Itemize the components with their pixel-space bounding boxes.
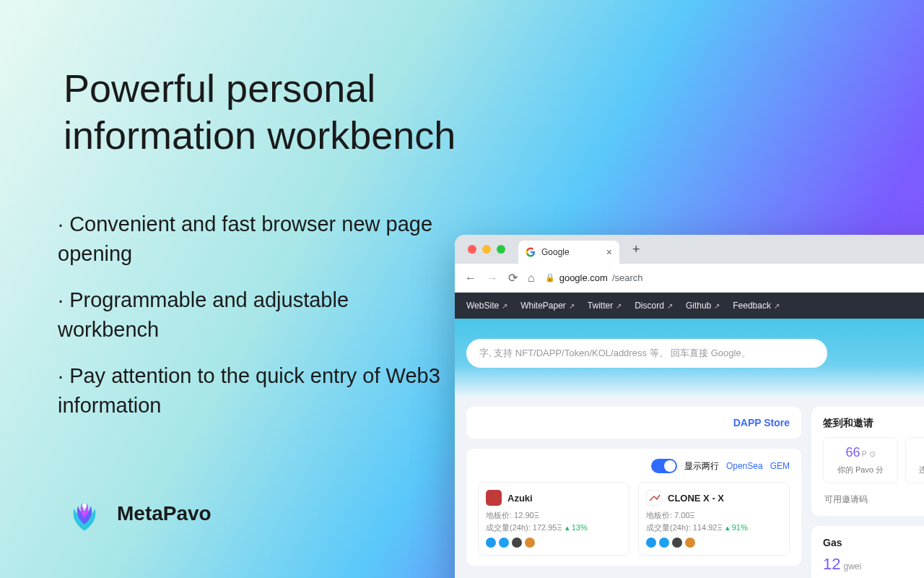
tab-bar: Google × + bbox=[455, 235, 924, 264]
metapavo-icon bbox=[64, 493, 105, 535]
google-favicon-icon bbox=[526, 247, 536, 257]
browser-window: Google × + ← → ⟳ ⌂ 🔒 google.com/search W… bbox=[455, 235, 924, 578]
nav-twitter[interactable]: Twitter↗ bbox=[588, 301, 622, 311]
new-tab-button[interactable]: + bbox=[625, 242, 648, 257]
svg-point-0 bbox=[82, 504, 86, 507]
reload-icon[interactable]: ⟳ bbox=[508, 271, 518, 285]
nft-volume: 成交量(24h): 172.95Ξ ▴ 13% bbox=[486, 522, 622, 533]
brand-logo: MetaPavo bbox=[64, 493, 212, 535]
lock-icon: 🔒 bbox=[545, 273, 555, 282]
close-tab-icon[interactable]: × bbox=[606, 246, 612, 258]
nav-github[interactable]: Github↗ bbox=[686, 301, 720, 311]
nft-collection-icon bbox=[646, 490, 662, 506]
pavo-points-stat[interactable]: 66P ⊙ 你的 Pavo 分 bbox=[823, 437, 898, 483]
checkin-title: 签到和邀请 bbox=[823, 417, 924, 430]
dapp-store-link[interactable]: DAPP Store bbox=[733, 417, 790, 428]
bullet-item: · Pay attention to the quick entry of We… bbox=[58, 361, 448, 420]
window-controls[interactable] bbox=[463, 235, 513, 264]
gas-title: Gas bbox=[823, 537, 842, 548]
nav-website[interactable]: WebSite↗ bbox=[466, 301, 507, 311]
external-link-icon: ↗ bbox=[714, 302, 720, 310]
social-icon[interactable] bbox=[685, 538, 695, 548]
minimize-window-icon[interactable] bbox=[482, 245, 491, 254]
social-icon[interactable] bbox=[499, 538, 509, 548]
nft-name: CLONE X - X bbox=[668, 493, 724, 504]
dashboard-content: DAPP Store 显示两行 OpenSea GEM Azuki bbox=[455, 397, 924, 578]
external-link-icon: ↗ bbox=[569, 302, 575, 310]
social-icon[interactable] bbox=[659, 538, 669, 548]
nft-card[interactable]: CLONE X - X 地板价: 7.00Ξ 成交量(24h): 114.92Ξ… bbox=[638, 482, 790, 556]
nft-collection-icon bbox=[486, 490, 502, 506]
nft-floor: 地板价: 12.90Ξ bbox=[486, 510, 622, 521]
gas-card: Gas V 12gwei bbox=[811, 526, 924, 578]
social-icon[interactable] bbox=[512, 538, 522, 548]
bullet-list: · Convenient and fast browser new page o… bbox=[58, 210, 448, 438]
nft-volume: 成交量(24h): 114.92Ξ ▴ 91% bbox=[646, 522, 782, 533]
nft-name: Azuki bbox=[507, 493, 533, 504]
social-icon[interactable] bbox=[646, 538, 656, 548]
bullet-item: · Programmable and adjustable workbench bbox=[58, 285, 448, 344]
dapp-store-card: DAPP Store bbox=[466, 407, 801, 439]
nav-discord[interactable]: Discord↗ bbox=[635, 301, 673, 311]
forward-icon[interactable]: → bbox=[487, 272, 498, 285]
external-link-icon: ↗ bbox=[616, 302, 622, 310]
home-icon[interactable]: ⌂ bbox=[528, 272, 535, 285]
rows-toggle[interactable] bbox=[651, 459, 677, 473]
bullet-item: · Convenient and fast browser new page o… bbox=[58, 210, 448, 268]
headline: Powerful personal information workbench bbox=[64, 65, 533, 159]
nav-feedback[interactable]: Feedback↗ bbox=[733, 301, 780, 311]
marketplace-gem[interactable]: GEM bbox=[770, 461, 790, 471]
brand-name: MetaPavo bbox=[117, 502, 212, 525]
social-icon[interactable] bbox=[486, 538, 496, 548]
social-icon[interactable] bbox=[525, 538, 535, 548]
search-input[interactable]: 字, 支持 NFT/DAPP/Token/KOL/address 等。 回车直接… bbox=[466, 339, 827, 368]
gas-value: 12 bbox=[823, 555, 840, 573]
social-icons bbox=[486, 538, 622, 548]
toggle-label: 显示两行 bbox=[684, 460, 719, 473]
marketplace-opensea[interactable]: OpenSea bbox=[726, 461, 763, 471]
address-input[interactable]: 🔒 google.com/search bbox=[545, 272, 924, 283]
streak-days-stat[interactable]: 2天 连续签到天数 bbox=[905, 437, 924, 483]
nft-card[interactable]: Azuki 地板价: 12.90Ξ 成交量(24h): 172.95Ξ ▴ 13… bbox=[478, 482, 629, 556]
extension-topnav: WebSite↗ WhitePaper↗ Twitter↗ Discord↗ G… bbox=[455, 293, 924, 319]
nft-section-card: 显示两行 OpenSea GEM Azuki 地板价: 12.90Ξ 成交量(2… bbox=[466, 449, 801, 566]
external-link-icon: ↗ bbox=[774, 302, 780, 310]
invite-code-label: 可用邀请码 bbox=[824, 493, 868, 506]
close-window-icon[interactable] bbox=[468, 245, 476, 254]
social-icons bbox=[646, 538, 782, 548]
checkin-card: 签到和邀请 66P ⊙ 你的 Pavo 分 2天 连续签到天数 可用邀请码 暂无… bbox=[811, 407, 924, 516]
trend-up-icon: ▴ 91% bbox=[725, 523, 748, 532]
browser-tab[interactable]: Google × bbox=[518, 241, 619, 264]
gas-unit: gwei bbox=[843, 561, 861, 571]
nav-whitepaper[interactable]: WhitePaper↗ bbox=[520, 301, 575, 311]
external-link-icon: ↗ bbox=[502, 302, 507, 310]
url-bar: ← → ⟳ ⌂ 🔒 google.com/search bbox=[455, 264, 924, 293]
trend-up-icon: ▴ 13% bbox=[565, 523, 588, 532]
external-link-icon: ↗ bbox=[667, 302, 673, 310]
maximize-window-icon[interactable] bbox=[497, 245, 505, 254]
nft-floor: 地板价: 7.00Ξ bbox=[646, 510, 782, 521]
tab-title: Google bbox=[541, 247, 570, 257]
social-icon[interactable] bbox=[672, 538, 682, 548]
hero-search-area: 字, 支持 NFT/DAPP/Token/KOL/address 等。 回车直接… bbox=[455, 319, 924, 397]
back-icon[interactable]: ← bbox=[465, 272, 476, 285]
